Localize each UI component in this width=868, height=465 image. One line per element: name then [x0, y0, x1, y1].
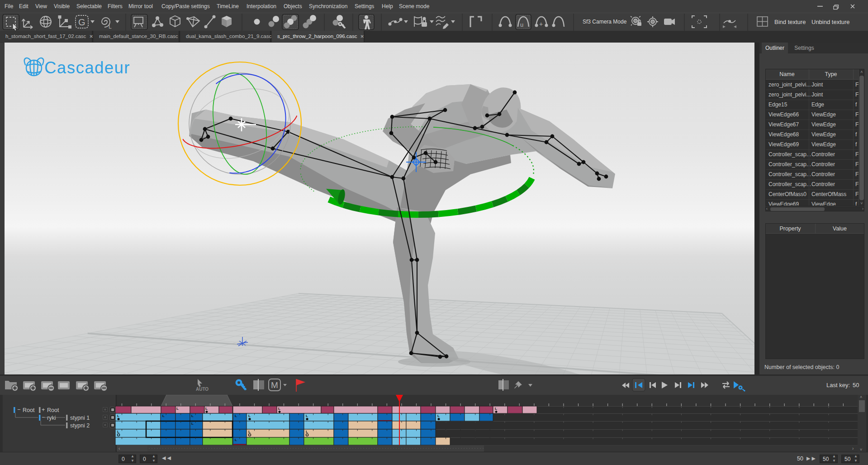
svg-text:Sf3 Camera Mode: Sf3 Camera Mode: [583, 19, 627, 25]
svg-text:AUTO: AUTO: [196, 387, 209, 392]
svg-text:stypni 1: stypni 1: [70, 415, 90, 421]
svg-text:Cascadeur: Cascadeur: [44, 58, 130, 77]
svg-text:›: ›: [852, 446, 854, 451]
svg-text:M: M: [271, 380, 278, 390]
svg-text:Last key:: Last key:: [826, 382, 850, 388]
svg-text:˄: ˄: [860, 395, 862, 399]
svg-text:Bind texture: Bind texture: [774, 19, 806, 25]
svg-text:Root: Root: [23, 407, 35, 413]
svg-text:u: u: [520, 21, 523, 28]
svg-text:˅: ˅: [860, 447, 862, 452]
svg-text:Root: Root: [47, 407, 59, 413]
svg-text:50: 50: [853, 382, 859, 388]
svg-text:‹: ‹: [119, 446, 120, 451]
svg-text:+: +: [539, 20, 543, 28]
svg-text:−: −: [17, 407, 20, 413]
svg-text:+: +: [42, 407, 45, 413]
svg-text:L: L: [109, 24, 112, 30]
svg-text:G: G: [78, 17, 85, 27]
svg-text:stypni 2: stypni 2: [70, 422, 90, 429]
svg-text:Unbind texture: Unbind texture: [811, 19, 850, 25]
